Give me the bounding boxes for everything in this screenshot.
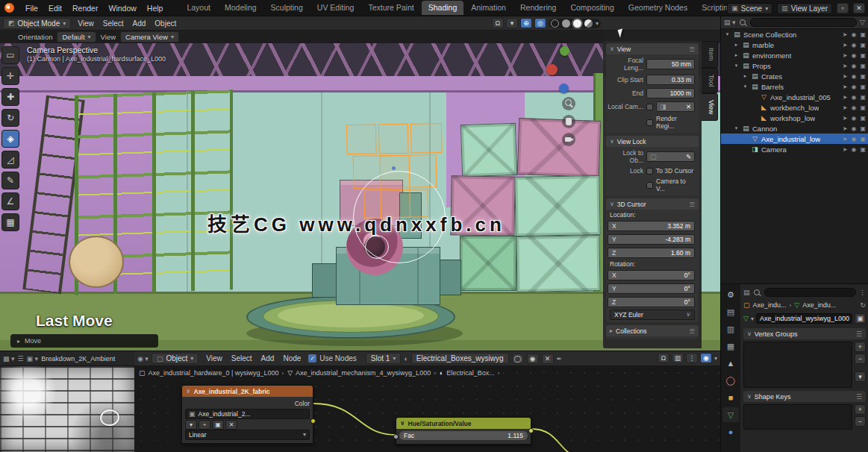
snap-magnet-icon[interactable]: Ω xyxy=(658,353,669,363)
outliner-row-collection[interactable]: ▸ ▤ marble ➤ ◉ ▣ xyxy=(721,40,868,50)
n-panel-tab[interactable]: View xyxy=(702,93,718,121)
n-panel-tab[interactable]: Item xyxy=(702,41,718,68)
view-dropdown[interactable]: Camera View ▾ xyxy=(120,31,179,43)
workspace-tab[interactable]: Layout xyxy=(180,1,217,15)
breadcrumb-object[interactable]: ▢ Axe_industrial_hardware_0 | wysiwyg_L0… xyxy=(139,369,284,377)
render-visibility-toggle[interactable]: ▣ xyxy=(860,104,866,111)
sync-icon[interactable]: ↻ xyxy=(860,301,866,309)
annotate-tool[interactable]: ✎ xyxy=(1,172,19,189)
color-output-socket[interactable] xyxy=(310,418,316,424)
hide-toggle[interactable]: ◉ xyxy=(851,52,856,59)
vertex-group-specials-button[interactable]: ▾ xyxy=(855,371,866,382)
outliner-row-mesh[interactable]: ▽ Axe_industrial_low ➤ ◉ ▣ xyxy=(721,134,868,144)
properties-search-input[interactable] xyxy=(764,288,856,297)
viewport-menu-item[interactable]: Add xyxy=(128,19,151,28)
workspace-tab[interactable]: Compositing xyxy=(563,1,620,15)
expand-icon[interactable]: ▸ xyxy=(733,42,740,48)
display-mode-dropdown[interactable]: ▤ ▾ xyxy=(724,19,736,26)
axis-y-gizmo[interactable] xyxy=(560,46,569,56)
shape-keys-list[interactable] xyxy=(743,404,852,430)
tool-tab[interactable]: ⚙ xyxy=(722,287,739,302)
fac-slider[interactable]: Fac 1.115 xyxy=(399,431,528,440)
filter-icon[interactable]: ▽ xyxy=(860,19,865,26)
brick-texture-preview[interactable] xyxy=(0,366,134,452)
cursor-location-field[interactable]: X3.352 m xyxy=(608,221,695,231)
cursor-panel-header[interactable]: ∨ 3D Cursor ☰ xyxy=(606,198,699,210)
solid-shading-button[interactable] xyxy=(562,19,570,28)
scene-tab[interactable]: ▲ xyxy=(722,356,739,371)
render-visibility-toggle[interactable]: ▣ xyxy=(860,42,866,48)
expand-icon[interactable]: ▾ xyxy=(742,84,749,90)
hide-toggle[interactable]: ◉ xyxy=(851,42,856,48)
menu-item[interactable]: Window xyxy=(103,2,141,14)
menu-item[interactable]: Edit xyxy=(43,2,67,14)
material-name-field[interactable]: Electrical_Boxes_wysiwyg xyxy=(411,353,509,364)
render-visibility-toggle[interactable]: ▣ xyxy=(860,84,866,90)
expand-icon[interactable]: ▸ xyxy=(733,52,740,58)
clear-icon[interactable]: ✕ xyxy=(686,103,691,110)
menu-icon[interactable]: ☰ xyxy=(18,355,24,362)
view-panel-header[interactable]: ∨ View ☰ xyxy=(606,43,699,54)
vertex-groups-header[interactable]: ∨ Vertex Groups ☰ xyxy=(743,328,866,339)
collections-panel-header[interactable]: ▸ Collections ☰ xyxy=(606,325,699,336)
selectable-toggle[interactable]: ➤ xyxy=(843,73,848,80)
lock-object-field[interactable]: ▢✎ xyxy=(646,151,695,162)
measure-tool[interactable]: ∠ xyxy=(1,192,19,210)
selectable-toggle[interactable]: ➤ xyxy=(843,146,848,153)
cursor-tool[interactable]: ✛ xyxy=(1,67,19,85)
workspace-tab[interactable]: Rendering xyxy=(513,1,563,15)
vertex-groups-list[interactable] xyxy=(743,342,852,388)
browse-image-button[interactable]: ▾ xyxy=(185,420,197,430)
shader-menu-item[interactable]: Select xyxy=(227,354,257,363)
selectable-toggle[interactable]: ➤ xyxy=(843,104,848,111)
shader-menu-item[interactable]: View xyxy=(202,354,227,363)
workspace-tab[interactable]: Sculpting xyxy=(264,1,310,15)
breadcrumb-object[interactable]: Axe_indu... xyxy=(753,301,787,309)
remove-shape-key-button[interactable]: − xyxy=(855,416,866,427)
expand-icon[interactable]: ▸ xyxy=(742,73,749,79)
outliner-row-collection[interactable]: ▾ ▤ Barrels ➤ ◉ ▣ xyxy=(721,81,868,92)
3d-viewport[interactable]: ◩ Object Mode ▾ ViewSelectAddObject Ω ▾ … xyxy=(0,16,720,351)
chevron-down-icon[interactable]: ▾ xyxy=(714,355,717,362)
viewport-menu-item[interactable]: Select xyxy=(99,19,128,28)
outliner-row-camera[interactable]: ◨ Camera ➤ ◉ ▣ xyxy=(721,144,868,154)
editor-type-icon[interactable]: ◉ ▾ xyxy=(137,355,149,362)
render-tab[interactable]: ▤ xyxy=(722,304,739,319)
shader-preview-toggle[interactable]: ◉ xyxy=(700,353,712,363)
workspace-tab[interactable]: Geometry Nodes xyxy=(622,1,694,15)
cursor-rotation-field[interactable]: X0° xyxy=(608,270,695,280)
outliner-row-scene-collection[interactable]: ▾ ▤ Scene Collection ➤ ◉ ▣ xyxy=(721,29,868,40)
clip-start-field[interactable]: 0.33 m xyxy=(646,75,695,85)
selectable-toggle[interactable]: ➤ xyxy=(843,52,848,59)
camera-view-gizmo-icon[interactable] xyxy=(562,133,575,146)
render-visibility-toggle[interactable]: ▣ xyxy=(860,146,866,153)
lock-to-cursor-checkbox[interactable] xyxy=(646,168,653,175)
overlay-toggle[interactable]: ▥ xyxy=(672,353,684,363)
selectable-toggle[interactable]: ➤ xyxy=(843,94,848,101)
shape-keys-header[interactable]: ∨ Shape Keys ☰ xyxy=(743,391,866,402)
filter-options-icon[interactable]: ⋮ xyxy=(859,289,866,296)
shading-dropdown-icon[interactable]: ▾ xyxy=(596,20,599,27)
unlink-image-button[interactable]: ✕ xyxy=(225,420,237,430)
selectable-toggle[interactable]: ➤ xyxy=(843,115,848,122)
overlays-toggle[interactable]: ◎ xyxy=(534,18,546,28)
rotation-mode-dropdown[interactable]: XYZ Euler ∨ xyxy=(610,310,695,320)
wireframe-shading-button[interactable] xyxy=(551,19,559,28)
hide-toggle[interactable]: ◉ xyxy=(851,115,856,122)
hide-toggle[interactable]: ◉ xyxy=(851,31,856,38)
image-icon[interactable]: ▣ ▾ xyxy=(27,355,39,362)
outliner-row-object[interactable]: ◣ workshop_low ➤ ◉ ▣ xyxy=(721,113,868,123)
output-socket[interactable] xyxy=(528,428,534,433)
image-name-label[interactable]: Breakdown_2K_Ambient xyxy=(41,355,115,362)
menu-item[interactable]: Help xyxy=(142,2,169,14)
outliner-row-collection[interactable]: ▾ ▤ Cannon ➤ ◉ ▣ xyxy=(721,123,868,134)
outliner-row-collection[interactable]: ▸ ▤ Crates ➤ ◉ ▣ xyxy=(721,71,868,81)
add-vertex-group-button[interactable]: + xyxy=(855,342,866,352)
workspace-tab[interactable]: Modeling xyxy=(218,1,263,15)
eyedropper-icon[interactable]: ✎ xyxy=(686,153,691,160)
breadcrumb-mesh[interactable]: ▽ Axe_industrial_mechanism_4_wysiwyg_L00… xyxy=(287,369,436,377)
expand-icon[interactable]: ▾ xyxy=(733,63,740,69)
object-data-tab[interactable]: ▽ xyxy=(722,407,739,422)
remove-view-layer-button[interactable]: ✕ xyxy=(853,3,865,13)
output-tab[interactable]: ▥ xyxy=(722,321,739,336)
